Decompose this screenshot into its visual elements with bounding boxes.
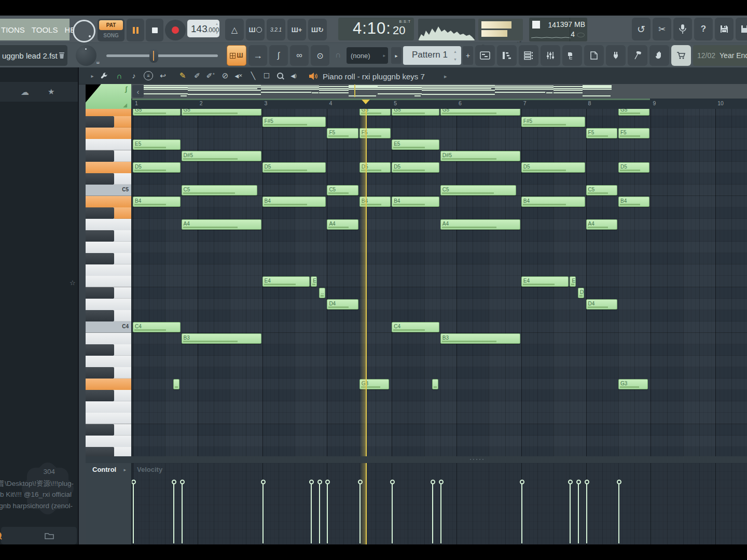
midi-note-B4[interactable]: B4 <box>521 197 585 207</box>
velocity-stem[interactable] <box>440 484 441 543</box>
piano-key-A#4[interactable] <box>86 207 131 219</box>
midi-note-C5[interactable]: C5 <box>440 185 516 195</box>
piano-key-F#4[interactable] <box>86 253 131 264</box>
midi-note-G5[interactable]: G5 <box>133 109 181 116</box>
panel-splitter[interactable] <box>86 456 747 463</box>
record-button[interactable] <box>165 20 186 40</box>
midi-note-C5[interactable]: C5 <box>327 185 358 195</box>
plugin-button[interactable] <box>606 45 626 66</box>
pattern-preview-strip[interactable] <box>131 84 747 99</box>
cloud-icon[interactable]: ☁ <box>21 87 29 97</box>
piano-key-G#4[interactable] <box>86 230 131 242</box>
playlist-button[interactable] <box>475 45 495 66</box>
piano-key-D5[interactable] <box>86 162 131 173</box>
cut-tool-button[interactable]: ✂ <box>653 18 671 40</box>
result-line[interactable]: 304 <box>43 468 55 475</box>
piano-key-C#4[interactable] <box>86 310 131 321</box>
midi-note-G5[interactable]: G5 <box>182 109 261 116</box>
recording-panel-button[interactable] <box>673 18 692 40</box>
midi-note-A4[interactable]: A4 <box>586 219 617 230</box>
time-display[interactable]: 4:10: 20 B:S:T <box>338 18 414 40</box>
midi-note-F5[interactable]: F5 <box>327 128 358 138</box>
midi-note-F5[interactable]: F5 <box>586 128 617 138</box>
touch-button[interactable] <box>649 45 669 66</box>
velocity-stem[interactable] <box>319 484 320 543</box>
help-button[interactable]: ? <box>694 18 713 40</box>
midi-note-D5[interactable]: D5 <box>618 162 649 173</box>
piano-key-G5[interactable] <box>86 109 131 116</box>
snap-selector[interactable]: (none) ▸ <box>347 47 388 64</box>
channel-preset-button[interactable]: uggnb lead 2.fst <box>0 45 67 66</box>
midi-note-D#5[interactable]: D#5 <box>182 151 261 161</box>
result-line[interactable]: nb Kit\!!! @16_rxi official <box>0 491 72 498</box>
pattern-selector[interactable]: Pattern 1 ▲ ▼ <box>403 46 461 65</box>
news-ticker[interactable]: 12/02 Year End S <box>693 45 747 66</box>
midi-note-E4[interactable]: E. <box>570 276 576 287</box>
piano-key-D4[interactable] <box>86 299 131 310</box>
slice-tool-button[interactable]: ╲ <box>247 70 259 81</box>
velocity-stem[interactable] <box>262 484 264 543</box>
midi-note-G5[interactable]: G5 <box>618 109 649 116</box>
scroll-left-button[interactable]: ‹ <box>132 85 144 97</box>
piano-key-E3[interactable] <box>86 413 131 424</box>
velocity-stem[interactable] <box>133 484 134 543</box>
step-edit-button[interactable]: Ш <box>227 45 246 66</box>
timeline-ruler[interactable]: 12345678910 <box>131 99 747 109</box>
touch-controller-button[interactable] <box>628 45 647 66</box>
midi-note-A4[interactable]: A4 <box>440 219 520 230</box>
browser-button[interactable] <box>562 45 582 66</box>
blend-notes-button[interactable]: Ш+ <box>287 19 306 40</box>
midi-note-G3[interactable] <box>432 379 438 389</box>
midi-note-D#4[interactable]: D.. <box>578 288 584 298</box>
velocity-stem[interactable] <box>173 484 174 543</box>
midi-note-F#5[interactable]: F#5 <box>262 117 326 127</box>
velocity-stem[interactable] <box>521 484 522 543</box>
countdown-button[interactable]: 3.2.1 <box>267 19 285 40</box>
piano-key-D#4[interactable] <box>86 287 131 299</box>
slide-notes-button[interactable]: ∫ <box>269 45 288 66</box>
result-line[interactable]: ggnb harpsichord (zenol- <box>0 502 73 510</box>
piano-key-E4[interactable] <box>86 276 131 287</box>
piano-roll-corner-badge[interactable]: ∫ ◢ <box>86 84 131 109</box>
midi-note-D#4[interactable]: .. <box>319 288 325 298</box>
piano-key-D#5[interactable] <box>86 150 131 162</box>
velocity-stem[interactable] <box>586 484 587 543</box>
pattern-menu-button[interactable]: ▸ <box>391 47 402 64</box>
piano-key-C4[interactable]: C4 <box>86 321 131 333</box>
midi-note-D4[interactable]: D4 <box>586 299 617 310</box>
midi-note-E5[interactable]: E5 <box>133 139 181 150</box>
playhead-marker[interactable] <box>362 100 370 104</box>
midi-note-E4[interactable]: E4 <box>521 276 569 287</box>
paint-tool-button[interactable]: ✐ <box>191 70 203 81</box>
midi-note-B4[interactable]: B4 <box>392 197 439 207</box>
midi-note-D5[interactable]: D5 <box>521 162 585 173</box>
midi-note-C4[interactable]: C4 <box>392 322 439 332</box>
portamento-button[interactable]: ⊙ <box>311 45 329 66</box>
piano-key-E5[interactable] <box>86 139 131 150</box>
midi-note-G3[interactable]: G3 <box>618 379 648 389</box>
playback-tool-button[interactable]: ◀) <box>287 70 300 81</box>
menu-item-options[interactable]: TIONS <box>1 25 25 34</box>
channel-pan-slider-track[interactable] <box>106 54 218 57</box>
pause-button[interactable] <box>127 19 144 41</box>
piano-key-A4[interactable] <box>86 219 131 230</box>
midi-note-C4[interactable]: C4 <box>133 322 181 332</box>
piano-key-A3[interactable] <box>86 356 131 367</box>
velocity-stem[interactable] <box>578 484 579 543</box>
toolbar-collapse-arrow[interactable]: ▸ <box>86 70 99 81</box>
midi-note-C5[interactable]: C5 <box>586 185 617 195</box>
zoom-tool-button[interactable] <box>274 70 286 81</box>
midi-note-A4[interactable]: A4 <box>327 219 358 230</box>
midi-note-D5[interactable]: D5 <box>133 162 181 173</box>
piano-key-D3[interactable] <box>86 436 131 447</box>
add-pattern-button[interactable]: + <box>463 46 473 65</box>
piano-key-F5[interactable] <box>86 128 131 139</box>
pat-mode-button[interactable]: PAT <box>99 20 123 30</box>
piano-key-C#5[interactable] <box>86 173 131 185</box>
main-volume-knob[interactable] <box>73 20 95 43</box>
piano-key-C5[interactable]: C5 <box>86 185 131 196</box>
undo-button[interactable]: ↺ <box>632 18 651 40</box>
plugin-picker-button[interactable] <box>584 45 604 66</box>
search-magnifier-icon[interactable] <box>0 531 2 539</box>
draw-tool-button[interactable]: ✎ <box>176 70 189 81</box>
